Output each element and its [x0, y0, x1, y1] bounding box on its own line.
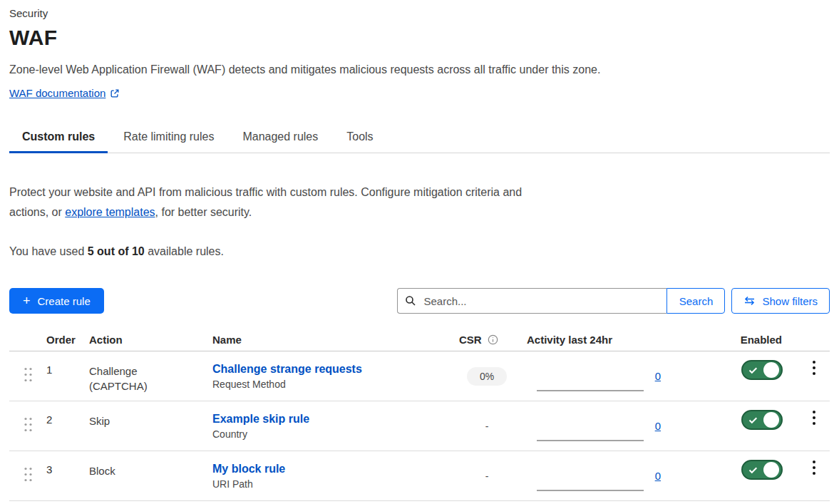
check-icon — [748, 416, 758, 424]
usage-line: You have used 5 out of 10 available rule… — [9, 245, 830, 258]
activity-sparkline — [537, 390, 644, 391]
rule-field: Country — [212, 428, 459, 440]
page-description: Zone-level Web Application Firewall (WAF… — [9, 63, 830, 76]
table-row: 1 Challenge (CAPTCHA) Challenge strange … — [9, 351, 830, 401]
row-order: 3 — [46, 451, 89, 475]
rules-table: Order Action Name CSR Activity last 24hr… — [9, 314, 830, 501]
activity-count-link[interactable]: 0 — [655, 470, 661, 482]
row-order: 1 — [46, 351, 89, 376]
row-menu-button[interactable] — [807, 458, 821, 478]
kebab-dot — [813, 372, 815, 375]
usage-prefix: You have used — [9, 245, 88, 257]
drag-handle[interactable] — [9, 466, 46, 485]
usage-count: 5 out of 10 — [88, 245, 145, 257]
header-enabled: Enabled — [698, 334, 798, 346]
header-name: Name — [212, 334, 459, 346]
toolbar-right: Search Show filters — [397, 288, 830, 314]
usage-suffix: available rules. — [145, 245, 224, 257]
drag-handle-icon — [24, 366, 33, 386]
plus-icon: + — [23, 294, 31, 307]
row-order: 2 — [46, 401, 89, 426]
tab-custom-rules[interactable]: Custom rules — [9, 125, 108, 153]
create-rule-label: Create rule — [38, 295, 91, 307]
header-csr: CSR — [459, 334, 527, 346]
activity-count-link[interactable]: 0 — [655, 370, 661, 382]
check-icon — [748, 466, 758, 474]
search-icon — [405, 295, 416, 309]
info-icon[interactable] — [488, 334, 498, 345]
kebab-dot — [813, 366, 815, 369]
csr-value: - — [485, 467, 489, 485]
table-row: 2 Skip Example skip rule Country - 0 — [9, 401, 830, 451]
search-box — [397, 288, 666, 314]
header-activity: Activity last 24hr — [527, 334, 698, 346]
toolbar: + Create rule Search — [9, 288, 830, 314]
waf-page: Security WAF Zone-level Web Application … — [0, 0, 839, 501]
tab-tools[interactable]: Tools — [334, 125, 386, 153]
drag-handle[interactable] — [9, 416, 46, 436]
intro-paragraph: Protect your website and API from malici… — [9, 182, 537, 222]
swap-arrows-icon — [743, 296, 756, 306]
page-title: WAF — [9, 26, 830, 50]
csr-value: - — [485, 417, 489, 436]
search-button[interactable]: Search — [666, 288, 725, 314]
show-filters-label: Show filters — [762, 295, 818, 307]
toggle-knob — [763, 462, 779, 478]
tab-bar: Custom rules Rate limiting rules Managed… — [9, 125, 830, 153]
search-group: Search — [397, 288, 725, 314]
kebab-dot — [813, 416, 815, 419]
activity-sparkline — [537, 490, 644, 491]
explore-templates-link[interactable]: explore templates — [65, 206, 155, 218]
rule-field: Request Method — [212, 379, 459, 390]
table-row: 3 Block My block rule URI Path - 0 — [9, 451, 830, 501]
header-csr-label: CSR — [459, 334, 482, 346]
kebab-dot — [813, 411, 815, 413]
drag-handle-icon — [24, 466, 33, 485]
toggle-knob — [763, 362, 779, 378]
check-icon — [748, 366, 758, 374]
drag-handle-icon — [24, 416, 33, 436]
csr-value: 0% — [467, 367, 507, 386]
enabled-toggle[interactable] — [741, 360, 783, 380]
row-menu-button[interactable] — [807, 358, 821, 378]
rule-name-link[interactable]: Example skip rule — [212, 413, 459, 426]
breadcrumb: Security — [9, 7, 830, 19]
create-rule-button[interactable]: + Create rule — [9, 288, 104, 314]
intro-text-after: , for better security. — [155, 206, 252, 218]
rule-name-link[interactable]: Challenge strange requests — [212, 363, 459, 376]
row-action: Skip — [89, 413, 110, 428]
tab-rate-limiting-rules[interactable]: Rate limiting rules — [110, 125, 227, 153]
row-action: Challenge (CAPTCHA) — [89, 364, 158, 394]
waf-documentation-link[interactable]: WAF documentation — [9, 87, 105, 99]
enabled-toggle[interactable] — [741, 410, 783, 430]
doc-link-row: WAF documentation — [9, 87, 830, 99]
row-menu-button[interactable] — [807, 408, 821, 428]
show-filters-button[interactable]: Show filters — [731, 288, 830, 314]
kebab-dot — [813, 361, 815, 364]
rules-table-header: Order Action Name CSR Activity last 24hr… — [9, 314, 830, 351]
tab-managed-rules[interactable]: Managed rules — [230, 125, 331, 153]
rules-table-body: 1 Challenge (CAPTCHA) Challenge strange … — [9, 351, 830, 501]
header-action: Action — [89, 334, 212, 346]
kebab-dot — [813, 466, 815, 469]
header-order: Order — [46, 334, 89, 346]
row-action: Block — [89, 463, 115, 478]
kebab-dot — [813, 422, 815, 425]
activity-sparkline — [537, 440, 644, 441]
search-input[interactable] — [397, 288, 666, 314]
toggle-knob — [763, 412, 779, 428]
drag-handle[interactable] — [9, 366, 46, 386]
external-link-icon — [110, 88, 120, 98]
rule-name-link[interactable]: My block rule — [212, 463, 459, 475]
kebab-dot — [813, 461, 815, 463]
kebab-dot — [813, 472, 815, 475]
activity-count-link[interactable]: 0 — [655, 420, 661, 432]
enabled-toggle[interactable] — [741, 460, 783, 480]
rule-field: URI Path — [212, 478, 459, 490]
